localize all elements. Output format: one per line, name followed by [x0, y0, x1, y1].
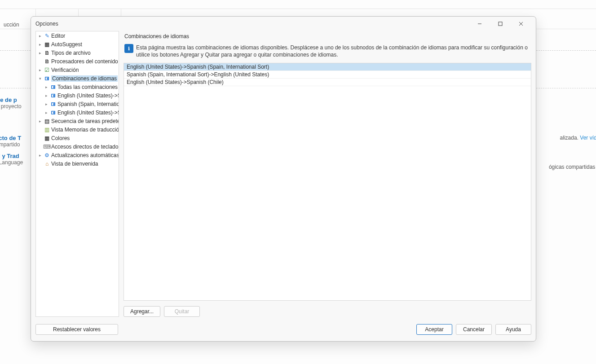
remove-button: Quitar	[164, 306, 200, 317]
tree-item[interactable]: ▸⚙Actualizaciones automáticas	[36, 151, 119, 159]
tree-item[interactable]: ▸◧Todas las combinaciones d	[36, 83, 119, 91]
home-icon: ⌂	[44, 161, 50, 167]
file-icon: 🗎	[44, 50, 50, 56]
tree-item-label: Vista Memorias de traducción	[51, 127, 119, 133]
tree-expander-icon[interactable]: ▸	[44, 93, 49, 98]
tree-expander-icon[interactable]: ▸	[38, 118, 43, 123]
file-icon: 🗎	[44, 58, 50, 65]
tree-expander-icon	[38, 161, 43, 166]
close-button[interactable]	[511, 17, 531, 31]
tree-expander-icon	[38, 144, 43, 149]
lang-icon: ◧	[50, 101, 57, 107]
info-icon: ℹ	[124, 44, 133, 53]
add-button[interactable]: Agregar...	[124, 306, 160, 317]
titlebar[interactable]: Opciones	[31, 17, 536, 31]
tree-expander-icon[interactable]: ▸	[44, 84, 49, 89]
tree-item-label: Editor	[51, 33, 65, 39]
tree-item[interactable]: ▥Vista Memorias de traducción	[36, 125, 119, 134]
lang-icon: ◧	[50, 84, 57, 90]
list-item[interactable]: English (United States)->Spanish (Spain,…	[124, 63, 531, 71]
svg-rect-1	[499, 22, 502, 26]
tree-item[interactable]: ▸🗎Tipos de archivo	[36, 48, 119, 57]
content-heading: Combinaciones de idiomas	[124, 31, 531, 40]
lang-icon: ◧	[44, 75, 50, 82]
tree-item-label: Actualizaciones automáticas	[51, 152, 119, 158]
tree-item[interactable]: ▸◧Spanish (Spain, Internation	[36, 100, 119, 108]
tree-item-label: English (United States)->Sp	[57, 110, 119, 116]
tree-item-label: English (United States)->Sp	[57, 92, 119, 99]
bg-link[interactable]: Ver vídeo	[580, 135, 596, 141]
list-item[interactable]: Spanish (Spain, International Sort)->Eng…	[124, 71, 531, 79]
tree-item[interactable]: ▸◧English (United States)->Sp	[36, 108, 119, 117]
tree-expander-icon[interactable]: ▸	[38, 67, 43, 72]
tree-expander-icon[interactable]: ▾	[38, 76, 43, 81]
bg-tab-label: ucción	[0, 22, 23, 28]
tree-item-label: Combinaciones de idiomas	[51, 75, 118, 82]
tree-item[interactable]: ▸▤Secuencia de tareas predeter	[36, 117, 119, 125]
cancel-button[interactable]: Cancelar	[456, 324, 492, 335]
tree-item[interactable]: ▾◧Combinaciones de idiomas	[36, 74, 119, 83]
tree-item-label: Colores	[51, 135, 70, 141]
minimize-button[interactable]	[469, 17, 490, 31]
bg-right-text: alizada. Ver vídeo	[560, 135, 596, 141]
tree-item[interactable]: ▸☑Verificación	[36, 66, 119, 74]
tree-item[interactable]: ⌨Accesos directos de teclado	[36, 142, 119, 151]
tree-item-label: Procesadores del contenido in	[51, 58, 119, 65]
tree-item-label: Secuencia de tareas predeter	[51, 118, 119, 124]
check-icon: ☑	[44, 67, 50, 73]
dialog-title: Opciones	[35, 21, 469, 27]
maximize-button[interactable]	[490, 17, 511, 31]
lang-icon: ◧	[50, 92, 57, 99]
tree-item-label: AutoSuggest	[51, 41, 82, 48]
options-tree[interactable]: ▸✎Editor▸▦AutoSuggest▸🗎Tipos de archivo🗎…	[35, 31, 119, 317]
tree-expander-icon	[38, 136, 43, 140]
kbd-icon: ⌨	[44, 144, 50, 150]
seq-icon: ▤	[44, 118, 50, 124]
tree-expander-icon[interactable]: ▸	[38, 33, 43, 38]
info-text: Esta página muestra las combinaciones de…	[136, 44, 530, 58]
tree-item-label: Vista de bienvenida	[51, 161, 98, 167]
tree-item[interactable]: ▦Colores	[36, 134, 119, 142]
tree-expander-icon[interactable]: ▸	[38, 42, 43, 47]
tree-item-label: Todas las combinaciones d	[57, 84, 119, 90]
tree-item[interactable]: 🗎Procesadores del contenido in	[36, 57, 119, 66]
tree-item[interactable]: ▸◧English (United States)->Sp	[36, 91, 119, 100]
options-dialog: Opciones ▸✎Editor▸▦AutoSuggest▸🗎Tipos de…	[31, 16, 536, 342]
tree-item-label: Verificación	[51, 67, 79, 73]
tm-icon: ▥	[44, 127, 50, 133]
language-pairs-list[interactable]: English (United States)->Spanish (Spain,…	[124, 63, 531, 301]
tree-expander-icon	[38, 127, 43, 132]
pencil-icon: ✎	[44, 33, 50, 39]
help-button[interactable]: Ayuda	[495, 324, 531, 335]
tree-expander-icon[interactable]: ▸	[38, 50, 43, 55]
tree-item[interactable]: ⌂Vista de bienvenida	[36, 159, 119, 168]
reset-button[interactable]: Restablecer valores	[35, 324, 118, 335]
colors-icon: ▦	[44, 135, 50, 141]
lang-icon: ◧	[50, 110, 57, 116]
update-icon: ⚙	[44, 152, 50, 158]
tree-expander-icon[interactable]: ▸	[38, 153, 43, 158]
tree-item[interactable]: ▸▦AutoSuggest	[36, 40, 119, 48]
tree-item[interactable]: ▸✎Editor	[36, 31, 119, 40]
tree-item-label: Tipos de archivo	[51, 50, 91, 56]
bg-right-text: ógicas compartidas on	[549, 164, 596, 170]
auto-icon: ▦	[44, 41, 50, 48]
tree-expander-icon[interactable]: ▸	[44, 101, 49, 106]
list-item[interactable]: English (United States)->Spanish (Chile)	[124, 79, 531, 86]
tree-item-label: Spanish (Spain, Internation	[57, 101, 119, 107]
tree-expander-icon	[38, 59, 43, 64]
tree-item-label: Accesos directos de teclado	[51, 144, 118, 150]
tree-expander-icon[interactable]: ▸	[44, 110, 49, 115]
ok-button[interactable]: Aceptar	[416, 324, 452, 335]
